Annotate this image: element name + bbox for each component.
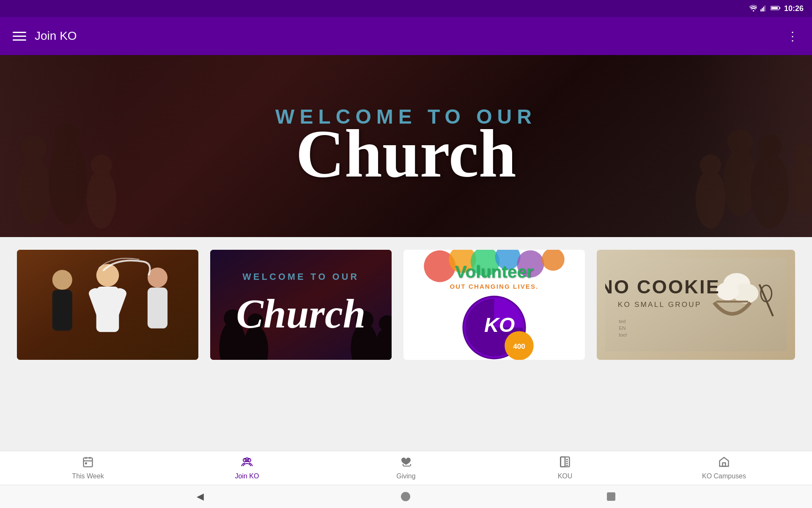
svg-rect-31 (148, 287, 167, 329)
cards-row: WELCOME TO OUR Church Volunteer OUT CH (17, 250, 795, 447)
nav-item-ko-campuses[interactable]: KO Campuses (694, 456, 754, 480)
signal-icon (760, 5, 767, 13)
svg-point-19 (700, 155, 721, 176)
svg-rect-69 (84, 458, 93, 467)
svg-text:OUT CHANGING LIVES.: OUT CHANGING LIVES. (450, 283, 539, 290)
svg-text:too!: too! (619, 332, 627, 337)
group-icon (241, 456, 253, 471)
svg-point-8 (17, 157, 51, 224)
content-area: WELCOME TO OUR Church Volunteer OUT CH (0, 237, 812, 451)
svg-point-15 (727, 129, 753, 155)
card-no-cookie[interactable]: NO COOKIE KO SMALL GROUP ted EN too! (597, 250, 795, 360)
home-icon (718, 456, 730, 471)
svg-point-20 (791, 159, 812, 214)
app-bar: Join KO ⋮ (0, 17, 812, 55)
menu-button[interactable] (13, 32, 26, 41)
app-title: Join KO (35, 29, 77, 43)
svg-rect-1 (760, 9, 761, 11)
svg-point-28 (52, 270, 72, 290)
svg-text:WELCOME TO OUR: WELCOME TO OUR (243, 272, 359, 282)
nav-item-this-week[interactable]: This Week (58, 456, 118, 480)
svg-point-12 (87, 169, 116, 229)
svg-rect-86 (723, 463, 726, 466)
system-nav-bar: ◀ (0, 485, 812, 508)
svg-point-11 (56, 124, 80, 147)
nav-item-join-ko[interactable]: Join KO (217, 456, 277, 480)
svg-rect-7 (771, 7, 778, 9)
svg-text:KO: KO (484, 313, 515, 336)
svg-point-9 (21, 135, 47, 161)
hero-content: WELCOME TO OUR Church (258, 97, 554, 196)
hero-banner: WELCOME TO OUR Church (0, 55, 812, 237)
status-time: 10:26 (784, 4, 804, 13)
svg-point-17 (758, 134, 782, 158)
status-bar: 10:26 (0, 0, 812, 17)
svg-rect-82 (566, 459, 568, 460)
svg-rect-84 (566, 463, 568, 464)
svg-point-10 (49, 140, 87, 224)
book-icon (559, 456, 571, 471)
nav-item-kou[interactable]: KOU (535, 456, 595, 480)
heart-hand-icon (400, 456, 412, 471)
svg-rect-2 (762, 8, 763, 11)
ko-campuses-label: KO Campuses (702, 472, 746, 480)
nav-item-giving[interactable]: Giving (376, 456, 436, 480)
card-ko-volunteer[interactable]: Volunteer OUT CHANGING LIVES. KO 400 (403, 250, 585, 360)
bottom-nav: This Week Join KO Giving (0, 451, 812, 485)
svg-rect-79 (561, 457, 565, 467)
svg-text:Volunteer: Volunteer (455, 262, 533, 282)
svg-point-76 (245, 458, 249, 462)
more-menu-button[interactable]: ⋮ (787, 29, 799, 43)
svg-text:Church: Church (236, 291, 366, 337)
svg-point-13 (91, 155, 112, 176)
svg-rect-3 (763, 6, 764, 11)
svg-point-18 (696, 169, 725, 229)
back-button[interactable]: ◀ (197, 491, 204, 502)
this-week-label: This Week (72, 472, 104, 480)
svg-rect-73 (85, 462, 87, 464)
svg-rect-4 (765, 5, 765, 11)
home-button[interactable] (401, 492, 410, 501)
svg-rect-29 (52, 290, 72, 331)
svg-text:EN: EN (619, 325, 625, 331)
hero-church-text: Church (275, 120, 537, 188)
svg-point-21 (794, 143, 812, 162)
hero-welcome-text: WELCOME TO OUR (275, 105, 537, 128)
card-church-graphic[interactable]: WELCOME TO OUR Church (210, 250, 392, 360)
recents-button[interactable] (607, 492, 615, 501)
svg-point-16 (751, 152, 789, 229)
svg-text:400: 400 (513, 342, 525, 351)
svg-text:KO SMALL GROUP: KO SMALL GROUP (618, 300, 702, 309)
giving-label: Giving (396, 472, 415, 480)
svg-rect-6 (779, 7, 781, 8)
svg-text:NO COOKIE: NO COOKIE (605, 276, 720, 298)
card-people-photo[interactable] (17, 250, 198, 360)
svg-text:ted: ted (619, 318, 625, 324)
battery-icon (771, 5, 781, 12)
svg-rect-85 (566, 465, 568, 466)
svg-rect-83 (566, 461, 568, 462)
kou-label: KOU (558, 472, 573, 480)
join-ko-label: Join KO (235, 472, 259, 480)
calendar-icon (82, 456, 94, 471)
svg-point-0 (753, 10, 754, 11)
wifi-icon (749, 5, 757, 13)
